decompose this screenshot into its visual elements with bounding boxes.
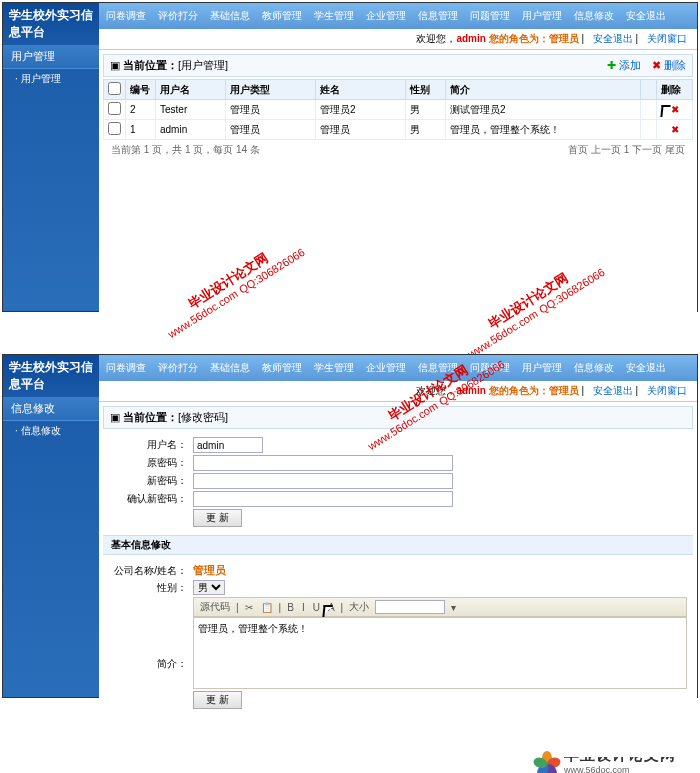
app-banner: 学生校外实习信息平台 (3, 3, 99, 45)
nav-modify[interactable]: 信息修改 (569, 7, 619, 25)
input-username[interactable] (193, 437, 263, 453)
table-row[interactable]: 2 Tester 管理员 管理员2 男 测试管理员2 ✖ (104, 100, 693, 120)
lbl-oldpw: 原密码： (109, 456, 193, 470)
row-checkbox[interactable] (108, 102, 121, 115)
select-sex[interactable]: 男 (193, 580, 225, 595)
sidebar: 学生校外实习信息平台 用户管理 · 用户管理 (3, 3, 99, 311)
link-safe-exit[interactable]: 安全退出 (593, 33, 633, 44)
nav-info[interactable]: 信息管理 (413, 7, 463, 25)
crumb-icon: ▣ (110, 411, 120, 423)
tb-cut-icon[interactable]: ✂ (243, 602, 255, 613)
sidebar-item-user-mgmt[interactable]: · 用户管理 (3, 69, 99, 89)
link-close-window[interactable]: 关闭窗口 (647, 385, 687, 396)
nav-basic[interactable]: 基础信息 (205, 359, 255, 377)
update-info-button[interactable]: 更 新 (193, 691, 242, 709)
nav-exit[interactable]: 安全退出 (621, 359, 671, 377)
nav-question[interactable]: 问题管理 (465, 7, 515, 25)
lbl-desc: 简介： (109, 597, 193, 671)
pager: 当前第 1 页，共 1 页，每页 14 条 首页 上一页 1 下一页 尾页 (103, 140, 693, 160)
action-delete[interactable]: ✖ 删除 (652, 59, 686, 71)
empty-area (103, 160, 693, 350)
nav-enterprise[interactable]: 企业管理 (361, 359, 411, 377)
col-user: 用户名 (156, 80, 226, 100)
lbl-username: 用户名： (109, 438, 193, 452)
empty-area (103, 717, 693, 753)
current-role: 管理员 (549, 33, 579, 44)
lbl-newpw: 新密码： (109, 474, 193, 488)
corp-value: 管理员 (193, 563, 226, 578)
nav-survey[interactable]: 问卷调查 (101, 359, 151, 377)
nav-modify[interactable]: 信息修改 (569, 359, 619, 377)
nav-user[interactable]: 用户管理 (517, 7, 567, 25)
nav-score[interactable]: 评价打分 (153, 7, 203, 25)
nav-user[interactable]: 用户管理 (517, 359, 567, 377)
nav-teacher[interactable]: 教师管理 (257, 7, 307, 25)
col-id: 编号 (126, 80, 156, 100)
user-table: 编号 用户名 用户类型 姓名 性别 简介 删除 2 Tester 管理员 管理员… (103, 79, 693, 140)
tb-size-input[interactable] (375, 600, 445, 614)
tb-bold-icon[interactable]: B (285, 602, 296, 613)
nav-enterprise[interactable]: 企业管理 (361, 7, 411, 25)
nav-score[interactable]: 评价打分 (153, 359, 203, 377)
update-password-button[interactable]: 更 新 (193, 509, 242, 527)
tb-paste-icon[interactable]: 📋 (259, 602, 275, 613)
user-bar: 欢迎您，admin 您的角色为：管理员 | 安全退出 | 关闭窗口 (99, 29, 697, 50)
tb-size[interactable]: 大小 (347, 600, 371, 614)
checkbox-all[interactable] (108, 82, 121, 95)
password-form: 用户名： 原密码： 新密码： 确认新密码： 更 新 (103, 429, 693, 535)
current-user: admin (456, 33, 485, 44)
sidebar: 学生校外实习信息平台 信息修改 · 信息修改 (3, 355, 99, 697)
crumb-label: 当前位置： (123, 411, 178, 423)
minus-icon: ✖ (652, 59, 661, 71)
link-safe-exit[interactable]: 安全退出 (593, 385, 633, 396)
input-confirm-password[interactable] (193, 491, 453, 507)
input-new-password[interactable] (193, 473, 453, 489)
sidebar-category-modify[interactable]: 信息修改 (3, 397, 99, 421)
col-del: 删除 (657, 80, 693, 100)
sidebar-item-info-modify[interactable]: · 信息修改 (3, 421, 99, 441)
nav-survey[interactable]: 问卷调查 (101, 7, 151, 25)
logo-url: www.56doc.com (564, 765, 676, 773)
col-type: 用户类型 (226, 80, 316, 100)
row-checkbox[interactable] (108, 122, 121, 135)
tb-underline-icon[interactable]: U (311, 602, 322, 613)
nav-basic[interactable]: 基础信息 (205, 7, 255, 25)
crumb-location: [修改密码] (178, 411, 228, 423)
delete-row-icon[interactable]: ✖ (657, 120, 693, 140)
nav-question[interactable]: 问题管理 (465, 359, 515, 377)
table-header-row: 编号 用户名 用户类型 姓名 性别 简介 删除 (104, 80, 693, 100)
richtext-editor[interactable]: 管理员，管理整个系统！ (193, 617, 687, 689)
table-row[interactable]: 1 admin 管理员 管理员 男 管理员，管理整个系统！ ✖ (104, 120, 693, 140)
col-sex: 性别 (406, 80, 446, 100)
top-nav: 问卷调查 评价打分 基础信息 教师管理 学生管理 企业管理 信息管理 问题管理 … (99, 355, 697, 381)
input-old-password[interactable] (193, 455, 453, 471)
tb-source[interactable]: 源代码 (198, 600, 232, 614)
nav-student[interactable]: 学生管理 (309, 7, 359, 25)
flower-icon (536, 750, 558, 772)
nav-exit[interactable]: 安全退出 (621, 7, 671, 25)
tb-color-icon[interactable]: A (326, 602, 337, 613)
col-name: 姓名 (316, 80, 406, 100)
link-close-window[interactable]: 关闭窗口 (647, 33, 687, 44)
screenshot-user-list: 学生校外实习信息平台 用户管理 · 用户管理 问卷调查 评价打分 基础信息 教师… (2, 2, 698, 312)
app-banner: 学生校外实习信息平台 (3, 355, 99, 397)
content: ▣ 当前位置：[修改密码] 用户名： 原密码： 新密码： 确认新密码： 更 新 … (99, 402, 697, 757)
content: ▣ 当前位置：[用户管理] ✚ 添加 ✖ 删除 编号 用户名 用户类型 姓名 性… (99, 50, 697, 354)
delete-row-icon[interactable]: ✖ (657, 100, 693, 120)
main-area: 问卷调查 评价打分 基础信息 教师管理 学生管理 企业管理 信息管理 问题管理 … (99, 355, 697, 697)
crumb-location: [用户管理] (178, 59, 228, 71)
section-basic-info: 基本信息修改 (103, 535, 693, 555)
crumb-label: 当前位置： (123, 59, 178, 71)
tb-dropdown-icon[interactable]: ▾ (449, 602, 458, 613)
nav-teacher[interactable]: 教师管理 (257, 359, 307, 377)
nav-info[interactable]: 信息管理 (413, 359, 463, 377)
nav-student[interactable]: 学生管理 (309, 359, 359, 377)
tb-italic-icon[interactable]: I (300, 602, 307, 613)
action-add[interactable]: ✚ 添加 (607, 59, 641, 71)
crumb-icon: ▣ (110, 59, 120, 71)
sidebar-category-users[interactable]: 用户管理 (3, 45, 99, 69)
main-area: 问卷调查 评价打分 基础信息 教师管理 学生管理 企业管理 信息管理 问题管理 … (99, 3, 697, 311)
col-desc: 简介 (446, 80, 641, 100)
lbl-corp: 公司名称/姓名： (109, 564, 193, 578)
lbl-cfmpw: 确认新密码： (109, 492, 193, 506)
